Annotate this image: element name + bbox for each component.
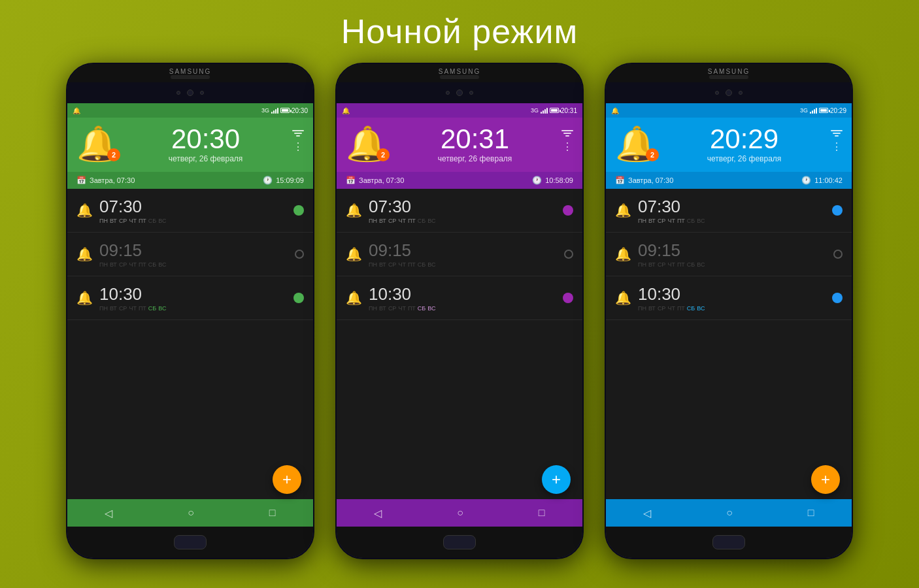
alarm-item-blue-1[interactable]: 🔔 07:30 ПНВТСРЧТПТСБВС <box>606 189 852 233</box>
recents-btn-blue[interactable]: □ <box>808 507 814 519</box>
home-btn-blue[interactable]: ○ <box>726 507 733 519</box>
header-clock-blue: 20:29 четверг, 26 февраля <box>658 125 831 163</box>
brand-label-blue: SAMSUNG <box>708 68 750 75</box>
alarm-toggle-purple-1[interactable] <box>563 205 573 216</box>
three-dots-purple[interactable]: ⋮ <box>562 140 573 153</box>
add-alarm-fab-blue[interactable]: + <box>811 465 840 494</box>
back-btn-purple[interactable]: ◁ <box>374 507 382 519</box>
filter-icon-purple <box>561 130 573 137</box>
alarm-item-purple-2[interactable]: 🔔 09:15 ПНВТСРЧТПТСБВС <box>337 233 582 276</box>
physical-home-blue[interactable] <box>712 535 745 549</box>
home-btn-purple[interactable]: ○ <box>457 507 463 519</box>
alarm-item-blue-2[interactable]: 🔔 09:15 ПНВТСРЧТПТСБВС <box>606 233 852 276</box>
battery-icon-blue <box>819 108 828 113</box>
app-header-purple: 🔔 2 20:31 четверг, 26 февраля ⋮ <box>337 118 582 172</box>
back-btn-blue[interactable]: ◁ <box>643 507 651 519</box>
recents-btn-green[interactable]: □ <box>269 507 276 519</box>
alarm-info-blue-3: 10:30 ПНВТСРЧТПТСБВС <box>638 284 826 312</box>
next-alarm-label-blue: Завтра, 07:30 <box>628 176 673 184</box>
screen-blue: 🔔 3G 20:29 🔔 2 <box>606 103 852 527</box>
screen-green: 🔔 3G 20:30 🔔 2 <box>67 103 313 527</box>
camera-row-purple <box>337 82 582 103</box>
speaker-grill-green <box>171 75 210 79</box>
three-dots-green[interactable]: ⋮ <box>293 140 304 153</box>
recents-btn-purple[interactable]: □ <box>539 507 545 519</box>
alarm-toggle-green-1[interactable] <box>293 205 304 216</box>
alarm-days-green-1: ПНВТСРЧТПТСБВС <box>99 218 287 224</box>
battery-icon-purple <box>550 108 559 113</box>
alarm-item-green-3[interactable]: 🔔 10:30 ПНВТСРЧТПТСБВС <box>67 276 313 320</box>
notif-bell-green: 🔔 <box>73 107 80 114</box>
next-alarm-bar-blue: 📅 Завтра, 07:30 🕐 11:00:42 <box>606 172 852 189</box>
alarm-toggle-green-2[interactable] <box>295 250 304 259</box>
bell-badge-purple: 2 <box>376 148 390 161</box>
alarm-list-blue: 🔔 07:30 ПНВТСРЧТПТСБВС 🔔 09:15 ПНВТ <box>606 189 852 499</box>
sensor2-blue <box>739 91 743 95</box>
camera-green <box>187 90 193 96</box>
alarm-days-blue-1: ПНВТСРЧТПТСБВС <box>638 218 826 224</box>
alarm-item-green-1[interactable]: 🔔 07:30 ПНВТСРЧТПТСБВС <box>67 189 313 233</box>
alarm-info-purple-3: 10:30 ПНВТСРЧТПТСБВС <box>369 284 556 312</box>
alarm-info-purple-2: 09:15 ПНВТСРЧТПТСБВС <box>369 240 558 268</box>
alarm-item-purple-1[interactable]: 🔔 07:30 ПНВТСРЧТПТСБВС <box>337 189 582 233</box>
page-title: Ночной режим <box>341 12 578 51</box>
nav-bar-purple: ◁ ○ □ <box>337 499 582 527</box>
app-header-green: 🔔 2 20:30 четверг, 26 февраля ⋮ <box>67 118 313 172</box>
alarm-bell-blue-1: 🔔 <box>615 203 631 218</box>
back-btn-green[interactable]: ◁ <box>105 507 112 519</box>
phone-green: SAMSUNG 🔔 3G <box>66 63 314 559</box>
camera-blue <box>726 90 732 96</box>
header-menu-purple[interactable]: ⋮ <box>561 130 573 158</box>
alarm-toggle-purple-3[interactable] <box>563 293 573 303</box>
clock-time-green: 20:30 <box>119 125 292 153</box>
battery-icon-green <box>280 108 290 113</box>
status-bar-green: 🔔 3G 20:30 <box>67 103 313 118</box>
alarm-info-green-2: 09:15 ПНВТСРЧТПТСБВС <box>99 240 288 268</box>
clock-icon-green: 🕐 <box>263 176 273 185</box>
filter-icon-green <box>292 130 304 137</box>
phones-container: SAMSUNG 🔔 3G <box>66 63 853 559</box>
alarm-info-blue-1: 07:30 ПНВТСРЧТПТСБВС <box>638 197 826 224</box>
phone-bottom-green <box>67 527 313 558</box>
alarm-time-green-2: 09:15 <box>99 240 288 261</box>
app-header-blue: 🔔 2 20:29 четверг, 26 февраля ⋮ <box>606 118 852 172</box>
alarm-toggle-blue-1[interactable] <box>832 205 843 216</box>
brand-label-purple: SAMSUNG <box>439 68 481 75</box>
signal-label-green: 3G <box>261 107 269 114</box>
alarm-days-blue-2: ПНВТСРЧТПТСБВС <box>638 261 827 268</box>
bell-badge-blue: 2 <box>646 148 659 161</box>
fab-area-green: + <box>273 465 301 494</box>
nav-bar-green: ◁ ○ □ <box>67 499 313 527</box>
alarm-item-purple-3[interactable]: 🔔 10:30 ПНВТСРЧТПТСБВС <box>337 276 582 320</box>
alarm-toggle-purple-2[interactable] <box>564 250 573 259</box>
alarm-days-blue-3: ПНВТСРЧТПТСБВС <box>638 305 826 312</box>
header-clock-green: 20:30 четверг, 26 февраля <box>119 125 292 163</box>
status-right-blue: 3G 20:29 <box>800 107 846 114</box>
speaker-grill-purple <box>440 75 479 79</box>
alarm-days-purple-2: ПНВТСРЧТПТСБВС <box>369 261 558 268</box>
alarm-toggle-blue-3[interactable] <box>832 293 843 303</box>
alarm-bell-green-2: 🔔 <box>76 246 93 262</box>
physical-home-green[interactable] <box>174 535 207 549</box>
home-btn-green[interactable]: ○ <box>188 507 194 519</box>
physical-home-purple[interactable] <box>443 535 476 549</box>
header-bell-green: 🔔 2 <box>76 124 119 164</box>
three-dots-blue[interactable]: ⋮ <box>831 140 843 153</box>
alarm-time-green-3: 10:30 <box>99 284 287 304</box>
header-menu-green[interactable]: ⋮ <box>292 130 304 158</box>
signal-icon-green <box>271 107 278 114</box>
alarm-item-blue-3[interactable]: 🔔 10:30 ПНВТСРЧТПТСБВС <box>606 276 852 320</box>
add-alarm-fab-purple[interactable]: + <box>542 465 571 494</box>
alarm-item-green-2[interactable]: 🔔 09:15 ПНВТСРЧТПТСБВС <box>67 233 313 276</box>
alarm-toggle-green-3[interactable] <box>293 293 304 303</box>
status-time-purple: 20:31 <box>561 107 577 114</box>
alarm-info-purple-1: 07:30 ПНВТСРЧТПТСБВС <box>369 197 556 224</box>
phone-purple: SAMSUNG 🔔 3G <box>335 63 584 559</box>
alarm-days-green-3: ПНВТСРЧТПТСБВС <box>99 305 287 312</box>
clock-icon-purple: 🕐 <box>532 176 542 185</box>
add-alarm-fab-green[interactable]: + <box>273 465 301 494</box>
alarm-time-blue-3: 10:30 <box>638 284 826 304</box>
phone-top-bar-blue: SAMSUNG <box>606 64 852 82</box>
header-menu-blue[interactable]: ⋮ <box>831 130 843 158</box>
alarm-toggle-blue-2[interactable] <box>833 250 843 259</box>
